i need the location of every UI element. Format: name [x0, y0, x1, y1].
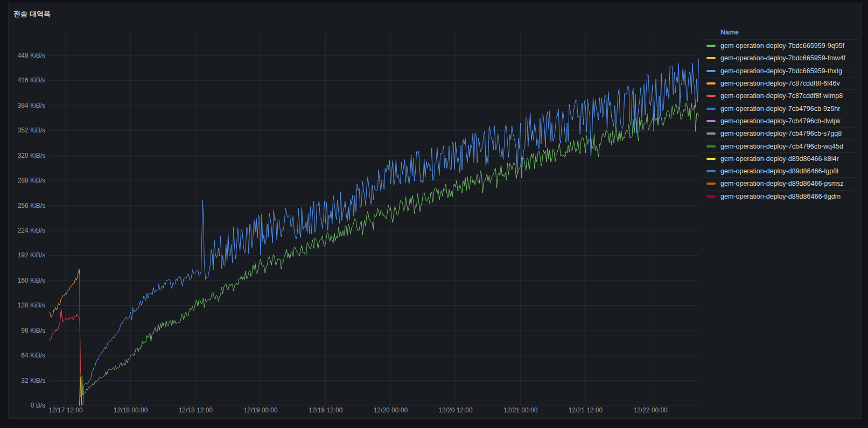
y-axis-tick-label: 32 KiB/s	[21, 377, 45, 384]
legend-item[interactable]: gem-operation-deploy-d89d86466-tlgdm	[702, 190, 859, 202]
x-axis-tick-label: 12/22 00:00	[633, 406, 668, 414]
legend-item-label: gem-operation-deploy-7bdc665959-fmw4f	[720, 54, 845, 62]
series-color-swatch[interactable]	[706, 95, 716, 97]
legend-item-label: gem-operation-deploy-7cb4796cb-9z5hr	[720, 105, 840, 113]
legend-item[interactable]: gem-operation-deploy-7bdc665959-9q95f	[702, 39, 859, 52]
series-line-gem-operation-deploy-7c87cddf8f-6f46v	[49, 269, 80, 397]
y-axis-tick-label: 384 KiB/s	[18, 102, 45, 109]
x-axis-tick-label: 12/21 12:00	[569, 406, 603, 414]
series-color-swatch[interactable]	[706, 145, 716, 148]
legend-item-label: gem-operation-deploy-7bdc665959-9q95f	[720, 42, 844, 50]
x-axis-tick-label: 12/20 00:00	[374, 406, 408, 414]
legend-item-label: gem-operation-deploy-d89d86466-k8l4r	[720, 155, 839, 163]
legend-item-label: gem-operation-deploy-d89d86466-tlgdm	[720, 193, 841, 200]
series-color-swatch[interactable]	[706, 108, 716, 110]
legend-rows: gem-operation-deploy-7bdc665959-9q95fgem…	[702, 39, 859, 202]
legend-item[interactable]: gem-operation-deploy-7cb4796cb-dwlpk	[702, 115, 859, 127]
legend: Name gem-operation-deploy-7bdc665959-9q9…	[702, 25, 859, 202]
panel-title[interactable]: 전송 대역폭	[13, 9, 51, 19]
y-axis-tick-label: 256 KiB/s	[18, 202, 45, 209]
grafana-panel: 전송 대역폭 0 B/s32 KiB/s64 KiB/s96 KiB/s128 …	[8, 3, 862, 419]
y-axis-tick-label: 160 KiB/s	[18, 277, 45, 284]
legend-item[interactable]: gem-operation-deploy-7cb4796cb-9z5hr	[702, 102, 859, 114]
y-axis-tick-label: 288 KiB/s	[18, 177, 45, 184]
legend-item-label: gem-operation-deploy-7bdc665959-thxtg	[720, 67, 842, 75]
legend-item[interactable]: gem-operation-deploy-d89d86466-k8l4r	[702, 152, 859, 165]
y-axis-tick-label: 128 KiB/s	[18, 301, 45, 309]
y-axis-tick-label: 352 KiB/s	[18, 127, 45, 134]
series-color-swatch[interactable]	[706, 45, 716, 47]
legend-item[interactable]: gem-operation-deploy-d89d86466-lgp8l	[702, 165, 859, 177]
legend-item[interactable]: gem-operation-deploy-7bdc665959-fmw4f	[702, 52, 859, 64]
legend-item-label: gem-operation-deploy-7cb4796cb-wq45d	[720, 143, 843, 150]
legend-item[interactable]: gem-operation-deploy-7cb4796cb-s7gq8	[702, 127, 859, 139]
legend-item-label: gem-operation-deploy-7c87cddf8f-6f46v	[720, 80, 840, 87]
series-color-swatch[interactable]	[706, 195, 716, 198]
series-color-swatch[interactable]	[706, 158, 716, 160]
series-color-swatch[interactable]	[706, 70, 716, 72]
y-axis-tick-label: 96 KiB/s	[21, 327, 45, 334]
y-axis-tick-label: 416 KiB/s	[18, 76, 45, 84]
legend-item[interactable]: gem-operation-deploy-7c87cddf8f-6f46v	[702, 77, 859, 89]
series-color-swatch[interactable]	[706, 82, 716, 85]
y-axis-tick-label: 64 KiB/s	[21, 352, 45, 359]
x-axis-tick-label: 12/18 12:00	[179, 406, 213, 414]
y-axis-tick-label: 224 KiB/s	[18, 227, 45, 234]
x-axis-tick-label: 12/18 00:00	[114, 406, 148, 414]
legend-item-label: gem-operation-deploy-7cb4796cb-s7gq8	[720, 130, 842, 137]
series-color-swatch[interactable]	[706, 132, 716, 135]
y-axis-tick-label: 0 B/s	[31, 402, 45, 409]
legend-item-label: gem-operation-deploy-d89d86466-psmsz	[720, 180, 844, 187]
x-axis-tick-label: 12/17 12:00	[48, 406, 83, 414]
x-axis-tick-label: 12/21 00:00	[503, 406, 538, 414]
legend-item-label: gem-operation-deploy-7c87cddf8f-wlmp8	[720, 92, 843, 100]
legend-item[interactable]: gem-operation-deploy-d89d86466-psmsz	[702, 177, 859, 190]
series-color-swatch[interactable]	[706, 57, 716, 59]
series-line-gem-operation-deploy-7bdc665959-9q95f	[81, 103, 698, 405]
legend-header-name[interactable]: Name	[702, 25, 859, 39]
series-color-swatch[interactable]	[706, 120, 716, 122]
series-color-swatch[interactable]	[706, 183, 716, 185]
x-axis-tick-label: 12/20 12:00	[438, 406, 473, 414]
y-axis-tick-label: 320 KiB/s	[18, 152, 45, 159]
series-color-swatch[interactable]	[706, 170, 716, 172]
series-line-gem-operation-deploy-7c87cddf8f-wlmp8	[49, 309, 81, 373]
legend-item[interactable]: gem-operation-deploy-7c87cddf8f-wlmp8	[702, 89, 859, 102]
legend-item-label: gem-operation-deploy-d89d86466-lgp8l	[720, 167, 838, 175]
y-axis-tick-label: 192 KiB/s	[18, 251, 45, 259]
x-axis-tick-label: 12/19 00:00	[243, 406, 278, 414]
legend-item[interactable]: gem-operation-deploy-7bdc665959-thxtg	[702, 65, 859, 77]
y-axis-tick-label: 448 KiB/s	[18, 52, 45, 59]
legend-item-label: gem-operation-deploy-7cb4796cb-dwlpk	[720, 117, 841, 125]
legend-item[interactable]: gem-operation-deploy-7cb4796cb-wq45d	[702, 139, 859, 152]
x-axis-tick-label: 12/19 12:00	[309, 406, 343, 414]
